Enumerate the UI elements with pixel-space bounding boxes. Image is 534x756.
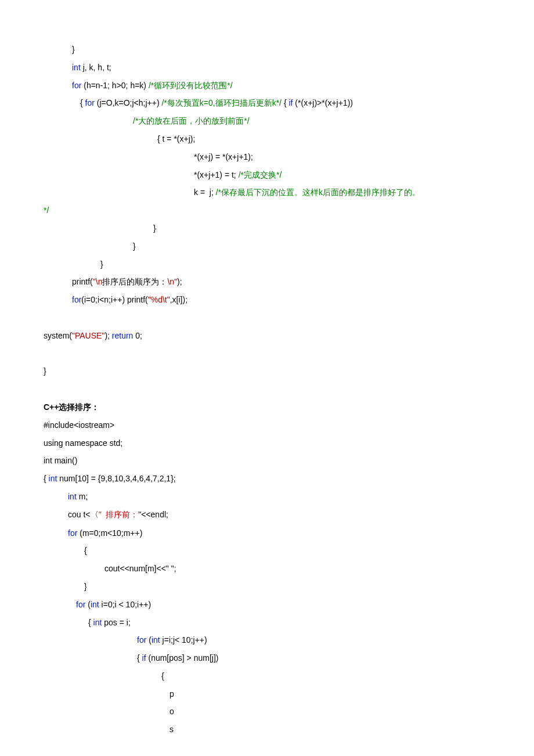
code-line-18: } xyxy=(44,362,493,380)
code-line-22: using namespace std; xyxy=(44,434,493,452)
code-line-36: p xyxy=(44,685,493,703)
code-token: using namespace std; xyxy=(44,438,122,448)
code-line-38: s xyxy=(44,721,493,739)
code-line-8: k = j; /*保存最后下沉的位置。这样k后面的都是排序排好了的。 xyxy=(44,183,493,201)
code-line-17 xyxy=(44,345,493,363)
code-token: if xyxy=(142,653,146,663)
code-line-24: { int num[10] = {9,8,10,3,4,6,4,7,2,1}; xyxy=(44,470,493,488)
code-token: ); xyxy=(104,331,111,340)
code-token: num[10] = {9,8,10,3,4,6,4,7,2,1}; xyxy=(57,474,175,483)
code-token: i=0;i < 10;i++) xyxy=(99,600,151,609)
code-token: pos = i; xyxy=(102,618,130,627)
code-token: } xyxy=(100,260,103,269)
code-line-11: } xyxy=(44,237,493,255)
code-line-1: int j, k, h, t; xyxy=(44,59,493,77)
code-token: ); xyxy=(177,277,182,286)
code-token: (m=0;m<10;m++) xyxy=(77,528,142,538)
code-token: int xyxy=(49,474,57,483)
code-line-27: for (m=0;m<10;m++) xyxy=(44,524,493,542)
code-token xyxy=(44,384,46,394)
code-line-21: #include<iostream> xyxy=(44,416,493,434)
code-token xyxy=(44,349,46,358)
code-token: \n" xyxy=(167,277,177,286)
code-token: (j=O,k=O;j<h;j++) xyxy=(95,98,162,107)
code-token: { xyxy=(44,474,49,483)
code-token: ,x[i]); xyxy=(170,295,187,304)
code-line-12: } xyxy=(44,255,493,273)
code-line-7: *(x+j+1) = t; /*完成交换*/ xyxy=(44,166,493,184)
code-token: 0; xyxy=(133,331,142,340)
code-token: "PAUSE" xyxy=(72,331,104,340)
code-line-2: for (h=n-1; h>0; h=k) /*循环到没有比较范围*/ xyxy=(44,77,493,95)
code-token: "\n xyxy=(93,277,103,286)
code-line-31: for (int i=0;i < 10;i++) xyxy=(44,596,493,614)
code-token: #include<iostream> xyxy=(44,420,114,430)
code-token: m; xyxy=(77,492,88,501)
code-line-26: cou t<〈" 排序前："<<endl; xyxy=(44,506,493,524)
code-token: { t = *(x+j); xyxy=(157,134,195,143)
code-token: int xyxy=(151,635,160,645)
code-token: return xyxy=(112,331,134,340)
code-token: C++选择排序： xyxy=(44,402,99,412)
code-token: o xyxy=(169,707,174,716)
code-token: for xyxy=(76,600,85,609)
code-token: } xyxy=(153,224,156,233)
code-token: } xyxy=(133,242,136,251)
code-token: 排序后的顺序为： xyxy=(102,277,167,286)
code-line-28: { xyxy=(44,542,493,560)
code-token: int xyxy=(72,63,81,72)
code-line-35: { xyxy=(44,667,493,685)
code-token: " 排序前： xyxy=(99,510,139,519)
code-token: (num[pos] > num[j]) xyxy=(146,653,219,663)
code-line-37: o xyxy=(44,703,493,721)
code-token: int main() xyxy=(44,456,77,465)
code-line-3: { for (j=O,k=O;j<h;j++) /*每次预置k=0,循环扫描后更… xyxy=(44,94,493,112)
code-token: cou t<〈 xyxy=(68,510,99,519)
code-token: cout<<num[m]<<" "; xyxy=(104,564,176,573)
code-token: p xyxy=(169,689,174,699)
code-token: { xyxy=(282,98,288,107)
code-line-32: { int pos = i; xyxy=(44,614,493,632)
code-line-0: } xyxy=(44,41,493,59)
code-token: /*循环到没有比较范围*/ xyxy=(149,81,233,90)
code-token: for xyxy=(137,635,146,645)
code-token: int xyxy=(68,492,77,501)
code-token: (*(x+j)>*(x+j+1)) xyxy=(293,98,352,107)
code-token: /*保存最后下沉的位置。这样k后面的都是排序排好了的。 xyxy=(216,188,420,197)
code-line-14: for(i=0;i<n;i++) printf("%d\t",x[i]); xyxy=(44,291,493,309)
code-token: system( xyxy=(44,331,72,340)
code-token: { xyxy=(80,98,85,107)
code-token: *(x+j) = *(x+j+1); xyxy=(194,152,253,161)
code-token: ( xyxy=(85,600,91,609)
code-line-25: int m; xyxy=(44,488,493,506)
code-line-30: } xyxy=(44,578,493,596)
code-token: "<<endl; xyxy=(138,510,168,519)
code-token: ( xyxy=(146,635,151,645)
code-token: /*每次预置k=0,循环扫描后更新k*/ xyxy=(161,98,282,107)
code-token: *(x+j+1) = t; xyxy=(194,170,239,179)
code-line-10: } xyxy=(44,219,493,237)
code-line-20: C++选择排序： xyxy=(44,398,493,416)
code-line-4: /*大的放在后面，小的放到前面*/ xyxy=(44,112,493,130)
code-token: j=i;j< 10;j++) xyxy=(160,635,207,645)
code-token: /*完成交换*/ xyxy=(239,170,282,179)
code-line-34: { if (num[pos] > num[j]) xyxy=(44,649,493,667)
code-token: for xyxy=(68,528,77,538)
code-token: for xyxy=(72,81,81,90)
code-line-29: cout<<num[m]<<" "; xyxy=(44,560,493,578)
code-token: */ xyxy=(44,206,49,215)
code-line-23: int main() xyxy=(44,452,493,470)
code-token: { xyxy=(84,546,87,555)
code-token: (i=0;i<n;i++) printf( xyxy=(81,295,147,304)
code-token xyxy=(44,313,46,322)
code-line-5: { t = *(x+j); xyxy=(44,130,493,148)
code-line-13: printf("\n排序后的顺序为：\n"); xyxy=(44,273,493,291)
code-token: } xyxy=(44,366,46,376)
code-token: int xyxy=(91,600,99,609)
code-token: j, k, h, t; xyxy=(81,63,111,72)
code-line-6: *(x+j) = *(x+j+1); xyxy=(44,148,493,166)
code-token: for xyxy=(72,295,81,304)
code-token: } xyxy=(72,45,75,54)
code-token: k = j; xyxy=(194,188,216,197)
code-token: { xyxy=(88,618,93,627)
